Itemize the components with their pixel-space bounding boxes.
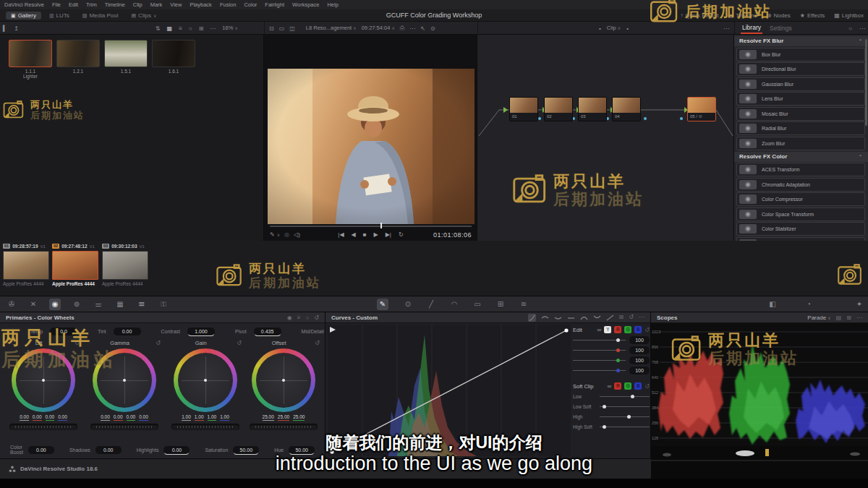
camera-lock-icon[interactable]: ⎙ [400,25,404,32]
gamma-master-slider[interactable] [90,424,158,430]
scrollbar[interactable] [865,39,867,126]
sizing-icon[interactable]: ⊞ [495,299,506,310]
curves-palette-icon[interactable]: ✎ [377,299,388,310]
magic-mask-icon[interactable]: ▭ [472,299,483,310]
curve-type-hue-hue-icon[interactable] [541,314,549,322]
gallery-still[interactable] [9,40,52,67]
fx-item-color-stabilizer[interactable]: Color Stabilizer [736,222,865,236]
fx-item-box-blur[interactable]: Box Blur [736,48,865,61]
timeline-clip-01[interactable]: 0109:28:57:19V1 Apple ProRes 4444 [3,243,51,286]
slider-knob[interactable] [616,359,620,362]
viewer-timecode-top[interactable]: 09:27:54:04 ∨ [362,22,395,35]
node-mode-select[interactable]: Clip ∨ [607,22,621,35]
window-icon[interactable]: ╱ [425,299,437,310]
reset-icon[interactable]: ↺ [75,340,80,346]
node-04[interactable]: 04 [612,97,641,121]
still-icon[interactable]: ↥ [14,25,19,32]
scope-settings-icon[interactable]: ▤ [836,314,842,321]
softclip-r-button[interactable]: R [614,382,621,390]
menu-item-fairlight[interactable]: Fairlight [265,1,284,8]
fx-item-lens-blur[interactable]: Lens Blur [736,92,865,106]
menu-item-app[interactable]: DaVinci Resolve [4,1,44,8]
gallery-still[interactable] [56,40,100,67]
g-gain-value[interactable]: 100 [629,356,650,364]
slider-track[interactable] [573,370,626,371]
curve-point-high[interactable] [564,328,568,332]
channel-g-button[interactable]: G [624,326,631,333]
loop-button[interactable]: ↻ [399,231,404,238]
channel-y-button[interactable]: Y [604,326,611,333]
wheels-reset-icon[interactable]: ↺ [314,314,319,321]
library-section-header[interactable]: Resolve FX Color⌃ [734,152,868,162]
jump-start-button[interactable]: |◀ [338,231,344,238]
node-05[interactable]: 05 / ⊙ [687,97,716,121]
library-section-header[interactable]: Resolve FX Blur⌃ [734,36,868,46]
key-palette-icon[interactable]: ⚿ [158,299,169,310]
jump-end-button[interactable]: ▶| [386,231,391,238]
clip-thumbnail[interactable] [52,251,98,280]
grid-view-icon[interactable]: ▦ [167,25,173,32]
curve-type-sat-sat-icon[interactable] [593,314,601,322]
nodes-button[interactable]: ⊕Nodes [767,12,791,19]
slider-knob[interactable] [616,369,620,372]
menu-item-timeline[interactable]: Timeline [105,1,125,8]
temp-value[interactable]: 0.0 [50,328,77,335]
softclip-link-icon[interactable]: ∞ [608,383,612,390]
tint-value[interactable]: 0.00 [114,328,141,335]
menu-item-fusion[interactable]: Fusion [220,1,237,8]
wheel-dot[interactable] [282,379,285,382]
curve-type-lum-sat-icon[interactable] [580,314,588,322]
scope-expand-icon[interactable]: ⊞ [846,314,851,321]
lightbox-button[interactable]: ▦Lightbox [834,12,864,19]
slider-knob[interactable] [616,338,620,342]
curve-type-sat-lum-icon[interactable] [606,314,614,322]
offset-wheel[interactable] [252,348,315,412]
gallery-still[interactable] [152,40,195,67]
node-dot-icon[interactable]: • [599,25,601,32]
clip-thumbnail[interactable] [3,251,49,280]
node-02[interactable]: 02 [544,97,573,121]
color-wheels-icon[interactable]: ◉ [49,299,61,310]
more-options-icon[interactable]: ⋯ [210,25,216,32]
motion-effects-icon[interactable]: ▦ [114,299,126,310]
curves-expand-icon[interactable]: ⊞ [619,314,624,322]
curve-type-hue-sat-icon[interactable] [554,314,562,322]
step-back-button[interactable]: ◀ [352,231,356,238]
menu-item-help[interactable]: Help [327,1,338,8]
scope-more-icon[interactable]: ⋯ [856,314,862,321]
blur-palette-icon[interactable]: 〓 [136,299,148,310]
curves-more-icon[interactable]: ⋯ [639,314,644,322]
playhead[interactable] [380,223,382,228]
menu-item-edit[interactable]: Edit [69,1,78,8]
gain-wheel[interactable] [174,348,237,412]
fx-item-gaussian-blur[interactable]: Gaussian Blur [736,77,865,91]
gamma-wheel[interactable] [93,348,156,412]
b-gain-value[interactable]: 100 [629,367,650,374]
reset-icon[interactable]: ↺ [237,340,242,346]
timeline-clip-03[interactable]: 0309:30:12:03V1 Apple ProRes 4444 [102,243,150,286]
video-frame[interactable] [268,69,475,224]
sort-icon[interactable]: ⇅ [156,25,161,32]
gain-master-slider[interactable] [171,424,239,430]
menu-item-color[interactable]: Color [244,1,257,8]
viewer-more-icon[interactable]: ⋯ [409,25,415,32]
rgb-mixer-icon[interactable]: ⚌ [93,299,104,310]
slider-track[interactable] [600,427,650,427]
link-channels-icon[interactable]: ∞ [597,327,602,333]
quick-export-button[interactable]: ↑Quick Export [681,12,719,19]
hand-tool-icon[interactable]: ⊙ [430,25,435,32]
gallery-still[interactable] [104,40,148,67]
curve-type-custom-icon[interactable] [528,314,536,322]
slider-track[interactable] [573,340,626,341]
hdr-grade-icon[interactable]: ⊚ [71,299,82,310]
curves-reset-icon[interactable]: ↺ [629,314,634,322]
node-graph-panel[interactable]: 01 02 03 04 05 / ⊙ [477,35,734,241]
search-icon[interactable]: ○ [189,25,192,32]
menu-item-file[interactable]: File [52,1,61,8]
fx-item-chromatic-adaptation[interactable]: Chromatic Adaptation [736,178,865,192]
tracker-icon[interactable]: ◠ [448,299,460,310]
node-03[interactable]: 03 [578,97,607,121]
menu-item-workspace[interactable]: Workspace [292,1,319,8]
wheels-mode-icon[interactable]: ◉ [287,314,292,321]
channel-r-button[interactable]: R [614,326,621,333]
